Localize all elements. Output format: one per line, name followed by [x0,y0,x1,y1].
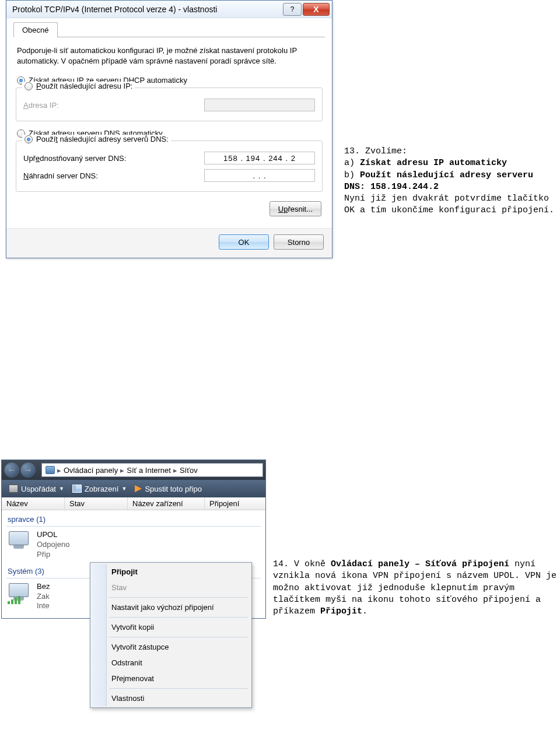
menu-separator [109,597,248,598]
col-connection[interactable]: Připojení [205,497,265,510]
dialog-footer: OK Storno [6,228,332,258]
tabs: Obecné [13,22,325,37]
connection-state: Zak [37,592,50,602]
connection-icon [8,530,32,552]
connection-state: Odpojeno [37,540,69,550]
ip-manual-group: Použít následující adresu IP: Adresa IP: [16,87,323,121]
nav-forward-button[interactable]: → [20,462,36,478]
radio-dns-manual-label: Použít následující adresy serverů DNS: [36,135,169,143]
chevron-right-icon: ▸ [57,466,61,475]
help-button[interactable]: ? [283,3,302,16]
menu-item-delete[interactable]: Odstranit [92,655,250,671]
intro-text: Podporuje-li síť automatickou konfigurac… [13,43,325,74]
views-menu[interactable]: Zobrazení ▼ [69,485,130,493]
menu-separator [109,617,248,618]
breadcrumb-part[interactable]: Síť a Internet [127,466,171,475]
breadcrumb-part[interactable]: Ovládací panely [64,466,118,475]
explorer-titlebar: ← → ▸ Ovládací panely ▸ Síť a Internet ▸… [2,460,265,480]
radio-icon [24,135,33,143]
dns-alt-row: Náhradní server DNS: . . . [22,167,316,184]
connection-type: Inte [37,601,50,611]
chevron-right-icon: ▸ [120,466,124,475]
menu-separator [109,637,248,637]
dns-preferred-label: Upřednostňovaný server DNS: [23,154,126,163]
dialog-title: Protokol TCP/IPv4 (Internet Protocol ver… [12,5,282,14]
chevron-down-icon: ▼ [121,486,127,492]
col-status[interactable]: Stav [65,497,128,510]
connection-type: Přip [37,550,69,560]
col-name[interactable]: Název [2,497,65,510]
folder-icon [46,466,55,474]
organize-menu[interactable]: Uspořádat ▼ [5,485,68,493]
dns-manual-group: Použít následující adresy serverů DNS: U… [16,141,323,192]
cancel-button[interactable]: Storno [274,234,324,250]
dns-preferred-input[interactable]: 158 . 194 . 244 . 2 [204,152,315,164]
dns-alt-input[interactable]: . . . [204,169,315,182]
menu-item-connect[interactable]: Připojit [92,564,250,580]
dns-preferred-row: Upřednostňovaný server DNS: 158 . 194 . … [22,149,316,167]
menu-item-copy[interactable]: Vytvořit kopii [92,619,250,635]
arrow-right-icon [135,485,142,492]
menu-item-properties[interactable]: Vlastnosti [92,690,250,706]
explorer-toolbar: Uspořádat ▼ Zobrazení ▼ Spustit toto při… [2,480,265,497]
column-headers: Název Stav Název zařízení Připojení [2,497,265,510]
chevron-down-icon: ▼ [59,486,64,492]
menu-item-status: Stav [92,580,250,595]
organize-icon [9,485,18,493]
menu-separator [109,688,248,689]
context-menu: Připojit Stav Nastavit jako výchozí přip… [90,562,252,708]
step-14-text: 14. V okně Ovládací panely – Síťová přip… [273,559,559,618]
help-icon: ? [290,5,295,13]
group-divider [6,526,261,527]
menu-item-set-default[interactable]: Nastavit jako výchozí připojení [92,599,250,615]
ip-address-input [204,99,315,111]
tcpip-properties-dialog: Protokol TCP/IPv4 (Internet Protocol ver… [6,0,332,258]
menu-item-shortcut[interactable]: Vytvořit zástupce [92,639,250,655]
breadcrumb-part[interactable]: Síťov [180,466,198,475]
dialog-titlebar[interactable]: Protokol TCP/IPv4 (Internet Protocol ver… [6,1,332,18]
advanced-row: Upřesnit... [13,198,325,220]
advanced-button[interactable]: Upřesnit... [270,201,321,216]
ok-button[interactable]: OK [219,234,269,250]
radio-icon [24,82,33,90]
radio-ip-manual-row[interactable]: Použít následující adresu IP: [22,82,135,90]
start-connection-button[interactable]: Spustit toto připo [131,485,205,493]
menu-item-rename[interactable]: Přejmenovat [92,671,250,686]
views-icon [72,485,82,493]
connection-name: UPOL [37,530,69,540]
connection-name: Bez [37,582,50,592]
close-icon: X [313,5,318,14]
ip-address-row: Adresa IP: [22,96,316,114]
chevron-right-icon: ▸ [173,466,177,475]
titlebar-buttons: ? X [282,3,330,16]
connection-upol[interactable]: UPOL Odpojeno Přip [6,529,261,561]
close-button[interactable]: X [303,3,330,16]
dns-alt-label: Náhradní server DNS: [23,171,98,180]
dialog-body: Obecné Podporuje-li síť automatickou kon… [6,18,332,228]
col-device[interactable]: Název zařízení [128,497,205,510]
step-13-text: 13. Zvolíme: a) Získat adresu IP automat… [344,146,555,217]
connection-icon [8,582,32,604]
radio-ip-manual-label: Použít následující adresu IP: [36,82,132,90]
radio-dns-manual-row[interactable]: Použít následující adresy serverů DNS: [22,135,171,143]
nav-back-button[interactable]: ← [4,462,19,478]
ip-address-label: Adresa IP: [23,101,59,110]
address-bar[interactable]: ▸ Ovládací panely ▸ Síť a Internet ▸ Síť… [41,463,263,477]
tab-general[interactable]: Obecné [13,22,58,37]
group-header[interactable]: spravce (1) [6,513,261,525]
